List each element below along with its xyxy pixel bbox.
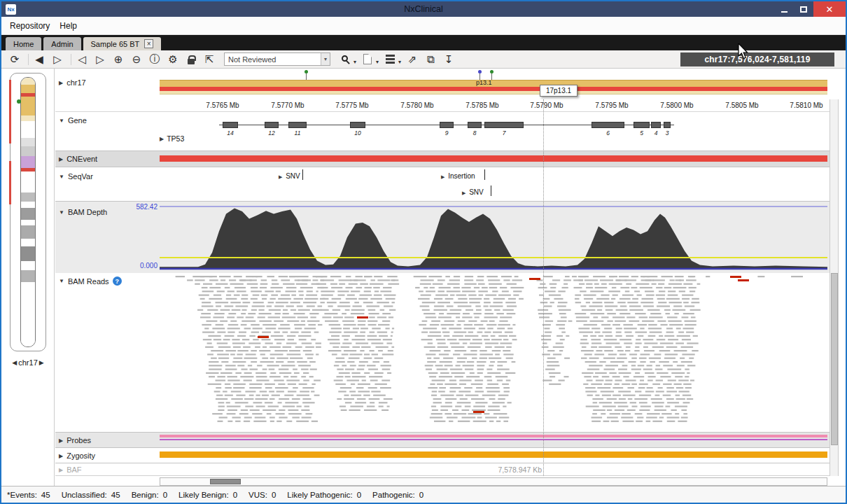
seqvar-expand-icon[interactable]: ▶ [441, 174, 444, 179]
chromosome-nav: ◀ chr17 ▶ [1, 358, 55, 367]
info-icon[interactable]: ⓘ [148, 52, 161, 66]
cnevent-track-toggle-icon[interactable]: ▶ [59, 156, 63, 162]
zoom-in-icon[interactable]: ⊕ [112, 52, 125, 66]
track-list-icon[interactable] [384, 52, 396, 66]
bam-depth-toggle-icon[interactable]: ▼ [59, 209, 64, 216]
exon-box[interactable] [350, 122, 365, 128]
tab-close-icon[interactable]: × [144, 39, 153, 48]
lock-icon[interactable] [185, 52, 197, 66]
exon-box[interactable] [440, 122, 454, 128]
zoom-out-icon[interactable]: ⊖ [130, 52, 143, 66]
app-logo-icon: Nx [6, 4, 16, 15]
minimize-button[interactable] [774, 1, 794, 17]
exon-box[interactable] [664, 122, 671, 128]
chromosome-ideogram[interactable] [20, 77, 36, 347]
bam-depth-plot[interactable] [160, 202, 827, 273]
settings-gear-icon[interactable]: ⚙ [167, 52, 179, 66]
tab-home[interactable]: Home [6, 37, 41, 50]
new-document-icon[interactable] [361, 52, 374, 66]
exon-box[interactable] [634, 122, 650, 128]
cytoband-label: p13.1 [476, 79, 492, 86]
copy-icon[interactable]: ⧉ [424, 52, 437, 66]
close-button[interactable]: ✕ [813, 1, 846, 17]
chromosome-band [21, 115, 35, 121]
exon-number: 7 [503, 130, 506, 136]
cnevent-bar[interactable] [160, 155, 827, 162]
zygosity-track-label: Zygosity [66, 451, 95, 460]
review-status-dropdown[interactable]: Not Reviewed ▾ [224, 52, 330, 66]
chromosome-band [21, 220, 35, 225]
cursor-crosshair-line [543, 99, 544, 476]
baf-track-toggle-icon[interactable]: ▶ [59, 467, 63, 473]
exon-box[interactable] [288, 122, 307, 128]
step-forward-icon[interactable]: ▷ [51, 52, 64, 66]
help-icon[interactable]: ? [113, 276, 122, 286]
depth-axis-min: 0.000 [117, 262, 158, 270]
gene-track-content[interactable]: ▶ TP53 141211109876543 [160, 112, 827, 150]
status-item: Benign:0 [132, 491, 167, 499]
gene-name-item[interactable]: ▶ TP53 [160, 134, 184, 143]
exon-box[interactable] [265, 122, 279, 128]
track-list-caret-icon[interactable]: ▾ [398, 59, 401, 65]
maximize-button[interactable] [794, 1, 813, 17]
title-bar[interactable]: Nx NxClinical ✕ [1, 1, 846, 17]
bam-reads-plot[interactable] [160, 273, 827, 432]
seqvar-snv-item[interactable]: ▶ SNV [279, 172, 300, 180]
next-chromosome-button[interactable]: ▶ [39, 359, 44, 366]
vertical-scrollbar[interactable] [830, 99, 839, 476]
seqvar-track: ▼ SeqVar ▶ SNV▶ Insertion▶ SNV [55, 167, 830, 202]
ruler-tick-label: 7.5795 Mb [595, 102, 628, 109]
step-back-icon[interactable]: ◀ [33, 52, 46, 66]
seqvar-expand-icon[interactable]: ▶ [279, 174, 282, 179]
bam-reads-toggle-icon[interactable]: ▼ [59, 278, 64, 284]
seqvar-snv-item[interactable]: ▶ SNV [462, 188, 484, 196]
bam-reads-track: ▼ BAM Reads ? [55, 273, 830, 433]
cursor-position-label: 7,578.947 Kb [454, 465, 542, 474]
import-icon[interactable]: ↧ [442, 52, 455, 66]
seqvar-track-toggle-icon[interactable]: ▼ [59, 174, 64, 180]
horizontal-scrollbar[interactable] [160, 477, 827, 486]
chrom-track-toggle-icon[interactable]: ▶ [59, 80, 63, 86]
ruler-content: 7.5765 Mb7.5770 Mb7.5775 Mb7.5780 Mb7.57… [160, 99, 827, 111]
probes-track-toggle-icon[interactable]: ▶ [59, 438, 63, 444]
status-label: Unclassified: [62, 491, 107, 499]
seqvar-track-label: SeqVar [68, 172, 93, 181]
menu-repository[interactable]: Repository [6, 19, 54, 33]
horizontal-scrollbar-thumb[interactable] [210, 479, 241, 484]
tab-sample-65-bt[interactable]: Sample 65 BT× [83, 37, 162, 50]
app-window: Nx NxClinical ✕ RepositoryHelp HomeAdmin… [0, 0, 847, 504]
tab-admin[interactable]: Admin [43, 37, 80, 50]
seqvar-expand-icon[interactable]: ▶ [462, 190, 465, 195]
new-document-caret-icon[interactable]: ▾ [376, 59, 379, 65]
exon-box[interactable] [484, 122, 524, 128]
refresh-icon[interactable]: ⟳ [8, 52, 21, 66]
exon-box[interactable] [468, 122, 482, 128]
cnevent-track-content[interactable] [160, 151, 827, 167]
genomic-location-box[interactable]: chr17:7,576,024-7,581,119 [680, 52, 834, 66]
variant-dot-icon [17, 99, 21, 104]
gene-track-toggle-icon[interactable]: ▼ [59, 118, 64, 124]
menu-help[interactable]: Help [55, 19, 81, 33]
export-icon[interactable]: ⇗ [406, 52, 419, 66]
prev-chromosome-button[interactable]: ◀ [12, 359, 17, 366]
seqvar-insertion-item[interactable]: ▶ Insertion [441, 172, 475, 180]
depth-axis-max: 582.42 [117, 203, 158, 211]
zygosity-track-toggle-icon[interactable]: ▶ [59, 453, 63, 459]
dropdown-caret-icon[interactable]: ▾ [321, 53, 330, 65]
search-icon[interactable] [339, 52, 351, 66]
probes-track-content[interactable] [160, 433, 827, 447]
select-region-icon[interactable]: ⇱ [203, 52, 216, 66]
exon-box[interactable] [223, 122, 238, 128]
chrom-track-content[interactable]: p13.1 17p13.1 [160, 69, 827, 99]
pan-left-icon[interactable]: ◁ [76, 52, 88, 66]
seqvar-track-content[interactable]: ▶ SNV▶ Insertion▶ SNV [160, 167, 827, 201]
gene-expand-icon[interactable]: ▶ [160, 136, 164, 142]
search-caret-icon[interactable]: ▾ [354, 59, 356, 65]
exon-box[interactable] [592, 122, 624, 128]
pan-right-icon[interactable]: ▷ [94, 52, 106, 66]
seqvar-marker [302, 169, 303, 180]
vertical-scrollbar-thumb[interactable] [831, 273, 838, 445]
exon-box[interactable] [651, 122, 661, 128]
ruler-tick-label: 7.5800 Mb [660, 102, 693, 109]
zygosity-track-content[interactable] [160, 448, 827, 463]
